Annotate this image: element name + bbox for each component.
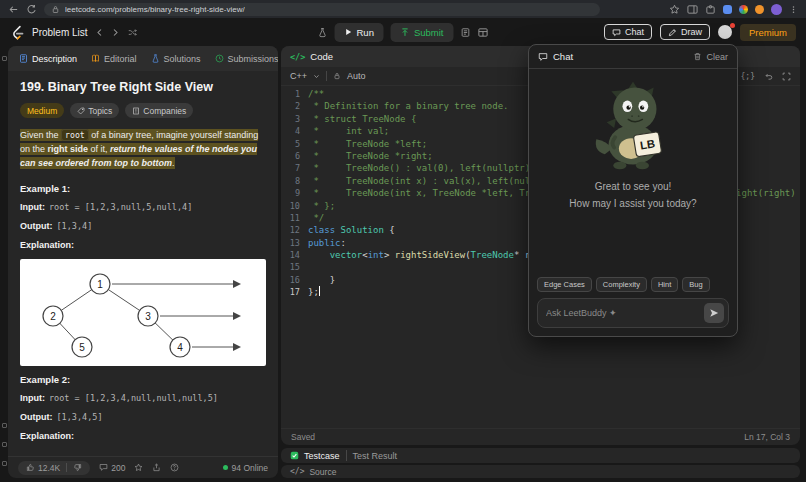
- chat-header: Chat Clear: [529, 45, 737, 69]
- premium-button[interactable]: Premium: [740, 24, 796, 41]
- chat-toggle-button[interactable]: Chat: [604, 24, 652, 40]
- prev-problem-icon[interactable]: [95, 28, 104, 37]
- example-2-explanation: Explanation:: [20, 431, 266, 441]
- notes-icon[interactable]: [461, 27, 471, 38]
- run-button[interactable]: Run: [334, 23, 383, 42]
- chat-input[interactable]: [546, 308, 699, 318]
- clear-chat-label: Clear: [706, 52, 728, 62]
- chip-bug[interactable]: Bug: [682, 277, 709, 292]
- rail-panel-icon[interactable]: [2, 56, 7, 61]
- text-caret: [319, 286, 320, 296]
- browser-chrome: leetcode.com/problems/binary-tree-right-…: [0, 0, 806, 18]
- example-1-label: Example 1:: [20, 183, 266, 194]
- debug-icon[interactable]: [317, 27, 327, 38]
- draw-button[interactable]: Draw: [660, 24, 710, 40]
- extension-icon-multicolor[interactable]: [739, 5, 748, 14]
- problem-statement: Given the root of a binary tree, imagine…: [20, 129, 266, 171]
- browser-profile-avatar[interactable]: [771, 4, 782, 15]
- companies-badge[interactable]: Companies: [125, 103, 193, 118]
- description-footer: 12.4K 200 94 Online: [8, 456, 278, 478]
- tab-testcase[interactable]: Testcase: [290, 451, 340, 461]
- browser-menu-icon[interactable]: [789, 4, 798, 15]
- online-indicator: 94 Online: [223, 463, 268, 473]
- send-icon: [709, 308, 719, 318]
- clear-chat-button[interactable]: Clear: [693, 52, 728, 62]
- problem-list-link[interactable]: Problem List: [32, 27, 88, 38]
- difficulty-badge[interactable]: Medium: [20, 103, 64, 118]
- source-panel[interactable]: Source: [281, 465, 800, 478]
- chat-bubble-icon: [612, 28, 621, 37]
- inline-code-root: root: [61, 129, 89, 141]
- problem-title: 199. Binary Tree Right Side View: [20, 80, 266, 94]
- address-bar[interactable]: leetcode.com/problems/binary-tree-right-…: [44, 3, 600, 16]
- back-icon[interactable]: [8, 4, 19, 15]
- companies-label: Companies: [143, 106, 186, 116]
- example-1-output: Output:[1,3,4]: [20, 221, 266, 231]
- chat-icon: [538, 52, 548, 62]
- leetcode-nav: Problem List Run Submit: [0, 18, 806, 46]
- tab-submissions-label: Submissions: [228, 54, 278, 64]
- user-avatar[interactable]: [718, 25, 732, 39]
- undo-icon[interactable]: [764, 72, 773, 81]
- pen-icon: [668, 28, 677, 37]
- description-panel: Description Editorial Solutions Submissi…: [8, 46, 278, 478]
- leetbuddy-mascot: LB: [585, 79, 681, 173]
- extension-icon-blue[interactable]: [723, 5, 732, 14]
- tab-solutions[interactable]: Solutions: [144, 46, 208, 71]
- example-2-output: Output:[1,3,4,5]: [20, 412, 266, 422]
- fullscreen-icon[interactable]: [782, 72, 791, 81]
- testcase-panel: Testcase Test Result: [281, 448, 800, 463]
- comments-button[interactable]: 200: [99, 463, 125, 473]
- chat-title: Chat: [553, 51, 573, 62]
- auto-toggle[interactable]: Auto: [347, 71, 366, 81]
- nav-right: Chat Draw Premium: [604, 24, 796, 41]
- tree-diagram: 1 2 3 5 4: [20, 259, 266, 366]
- submit-button[interactable]: Submit: [391, 23, 454, 42]
- rail-help-icon[interactable]: [2, 461, 7, 466]
- help-icon: [170, 463, 179, 472]
- format-braces-icon[interactable]: [741, 71, 755, 81]
- extension-icon-leetbuddy[interactable]: [755, 5, 764, 14]
- send-button[interactable]: [704, 303, 724, 323]
- tab-test-result[interactable]: Test Result: [353, 451, 398, 461]
- language-selector[interactable]: C++: [290, 71, 307, 81]
- left-rail: [0, 46, 8, 482]
- topics-badge[interactable]: Topics: [70, 103, 119, 118]
- tab-submissions[interactable]: Submissions: [208, 46, 278, 71]
- share-icon: [152, 463, 161, 472]
- like-button[interactable]: 12.4K: [26, 463, 60, 473]
- leetcode-logo[interactable]: [10, 25, 25, 40]
- rail-terminal-icon[interactable]: [2, 442, 7, 447]
- chevron-down-icon[interactable]: [313, 73, 320, 80]
- like-count: 12.4K: [38, 463, 60, 473]
- next-problem-icon[interactable]: [111, 28, 120, 37]
- tab-description[interactable]: Description: [12, 46, 84, 71]
- refresh-icon[interactable]: [26, 4, 37, 15]
- url-text: leetcode.com/problems/binary-tree-right-…: [65, 5, 245, 14]
- bookmark-star-icon[interactable]: [669, 4, 680, 15]
- nav-center: Run Submit: [317, 18, 488, 46]
- chip-complexity[interactable]: Complexity: [596, 277, 647, 292]
- mascot-sign-text: LB: [639, 137, 656, 151]
- feedback-button[interactable]: [170, 463, 179, 472]
- chip-hint[interactable]: Hint: [651, 277, 678, 292]
- topics-label: Topics: [88, 106, 112, 116]
- extensions-puzzle-icon[interactable]: [705, 4, 716, 15]
- play-icon: [344, 28, 352, 36]
- upload-icon: [401, 28, 410, 37]
- example-1: Example 1: Input:root = [1,2,3,null,5,nu…: [20, 183, 266, 366]
- star-icon: [134, 463, 143, 472]
- lock-icon: [51, 5, 60, 14]
- layout-icon[interactable]: [478, 27, 489, 38]
- share-button[interactable]: [152, 463, 161, 472]
- greeting-line-1: Great to see you!: [569, 179, 696, 196]
- chip-edge-cases[interactable]: Edge Cases: [537, 277, 592, 292]
- shuffle-icon[interactable]: [127, 28, 138, 37]
- dislike-button[interactable]: [73, 463, 82, 472]
- tab-editorial[interactable]: Editorial: [84, 46, 144, 71]
- rail-grid-icon[interactable]: [2, 423, 7, 428]
- submissions-icon: [215, 54, 224, 63]
- side-panel-icon[interactable]: [687, 4, 698, 15]
- draw-label: Draw: [681, 27, 702, 37]
- favorite-button[interactable]: [134, 463, 143, 472]
